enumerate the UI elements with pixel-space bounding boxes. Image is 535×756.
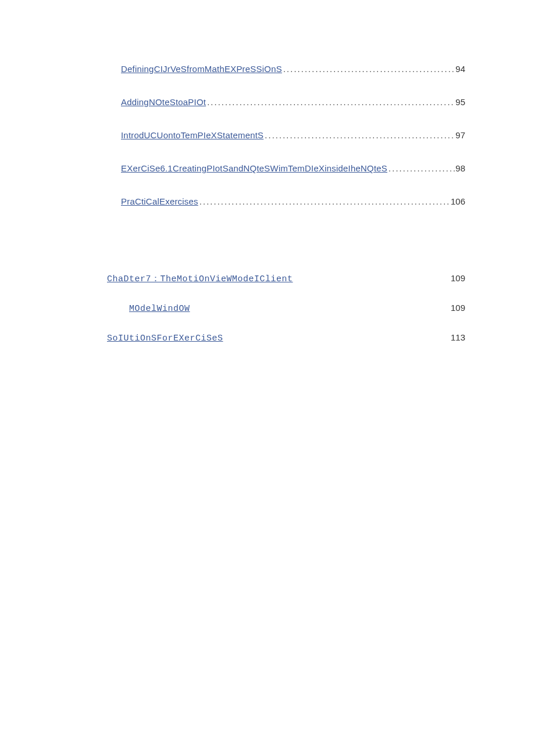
toc-entry: ChaDter7：TheMotiOnVieWModeIClient 109 [107, 273, 465, 284]
toc-link-model-window[interactable]: MOdelWindOW [129, 304, 190, 314]
toc-link-adding-notes[interactable]: AddingNOteStoaPIOt [121, 97, 206, 107]
toc-entry: IntrodUCUontoTemPIeXStatementS 97 [121, 130, 465, 140]
toc-entry: SoIUtiOnSForEXerCiSeS 113 [107, 332, 465, 343]
toc-leader-dots [388, 163, 455, 173]
toc-link-intro-templex[interactable]: IntrodUCUontoTemPIeXStatementS [121, 130, 263, 140]
toc-link-solutions[interactable]: SoIUtiOnSForEXerCiSeS [107, 334, 223, 343]
section-spacer [70, 230, 465, 273]
document-page: DefiningCIJrVeSfromMathEXPreSSiOnS 94 Ad… [0, 0, 535, 343]
toc-entry: EXerCiSe6.1CreatingPIotSandNQteSWimTemDI… [121, 163, 465, 173]
toc-link-chapter-7[interactable]: ChaDter7：TheMotiOnVieWModeIClient [107, 273, 293, 284]
toc-leader-dots [207, 97, 455, 107]
toc-page-number: 113 [451, 332, 465, 342]
toc-page-number: 97 [455, 130, 465, 140]
toc-page-number: 94 [455, 64, 465, 74]
toc-link-practical-exercises[interactable]: PraCtiCalExercises [121, 196, 198, 206]
toc-entry: DefiningCIJrVeSfromMathEXPreSSiOnS 94 [121, 64, 465, 74]
toc-leader-dots [265, 130, 455, 140]
toc-page-number: 95 [455, 97, 465, 107]
toc-entry: AddingNOteStoaPIOt 95 [121, 97, 465, 107]
toc-page-number: 109 [451, 303, 465, 313]
toc-leader-dots [199, 196, 451, 206]
toc-link-exercise-6-1[interactable]: EXerCiSe6.1CreatingPIotSandNQteSWimTemDI… [121, 163, 387, 173]
toc-page-number: 106 [451, 196, 465, 206]
toc-dotted-section: DefiningCIJrVeSfromMathEXPreSSiOnS 94 Ad… [121, 64, 465, 206]
toc-entry: PraCtiCalExercises 106 [121, 196, 465, 206]
toc-leader-dots [283, 64, 455, 74]
toc-entry: MOdelWindOW 109 [129, 303, 465, 314]
toc-page-number: 98 [455, 163, 465, 173]
toc-page-number: 109 [451, 273, 465, 283]
toc-link-defining-curves[interactable]: DefiningCIJrVeSfromMathEXPreSSiOnS [121, 64, 282, 74]
toc-mono-section: ChaDter7：TheMotiOnVieWModeIClient 109 MO… [107, 273, 465, 343]
